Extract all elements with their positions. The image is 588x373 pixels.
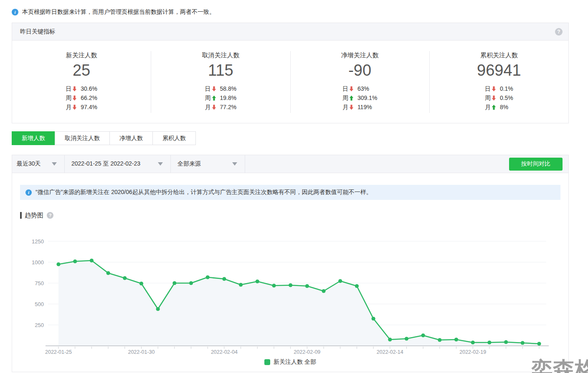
tab-net-increase[interactable]: 净增人数 xyxy=(109,131,153,145)
tab-cumulative[interactable]: 累积人数 xyxy=(152,131,196,145)
trend-period: 月 xyxy=(66,103,72,112)
top-notice-text: 本页根据昨日数据来计算，而用户管理页根据当前数据计算，两者不一致。 xyxy=(22,8,215,16)
svg-text:2022-02-19: 2022-02-19 xyxy=(459,349,486,355)
watermark: 奕森格 xyxy=(531,359,588,373)
metric-label: 累积关注人数 xyxy=(430,51,568,59)
trend-rows: 日58.8% 周19.8% 月77.2% xyxy=(205,84,237,112)
trend-chart-title-row: 趋势图 ? xyxy=(20,211,568,220)
chevron-down-icon xyxy=(158,162,163,166)
trend-arrow-icon xyxy=(212,94,220,102)
trend-arrow-icon xyxy=(72,84,81,93)
trend-value: 58.8% xyxy=(220,84,237,93)
trend-period: 周 xyxy=(205,94,212,102)
trend-arrow-icon xyxy=(72,103,81,112)
trend-period: 日 xyxy=(66,84,72,93)
svg-text:500: 500 xyxy=(35,301,44,307)
title-marker xyxy=(20,212,22,219)
trend-value: 309.1% xyxy=(357,94,377,102)
svg-text:2022-02-09: 2022-02-09 xyxy=(294,349,320,355)
filter-time-preset-label: 最近30天 xyxy=(17,160,41,168)
trend-arrow-icon xyxy=(349,84,357,93)
trend-chart-title: 趋势图 xyxy=(25,212,43,220)
legend-marker xyxy=(264,359,270,365)
filter-bar: 最近30天 2022-01-25 至 2022-02-23 全部来源 按时间对比 xyxy=(12,155,568,173)
trend-arrow-icon xyxy=(349,94,357,102)
trend-arrow-icon xyxy=(492,103,500,112)
trend-rows: 日30.6% 周66.2% 月97.4% xyxy=(66,84,97,112)
trend-arrow-icon xyxy=(212,103,220,112)
trend-arrow-icon xyxy=(349,103,357,112)
chevron-down-icon xyxy=(232,162,237,166)
metric-tabs: 新增人数 取消关注人数 净增人数 累积人数 xyxy=(12,131,588,145)
metric-value: 115 xyxy=(151,61,290,79)
chart-notice: i “微信广告”来源的新增关注在 2020/06起从其他中拆分给出，计算方式与广… xyxy=(20,185,560,200)
trend-arrow-icon xyxy=(492,94,500,102)
filter-date-range-label: 2022-01-25 至 2022-02-23 xyxy=(71,160,140,168)
info-icon: i xyxy=(25,189,32,196)
trend-value: 97.4% xyxy=(81,103,97,112)
svg-text:1250: 1250 xyxy=(32,238,44,245)
svg-text:2022-01-30: 2022-01-30 xyxy=(128,349,155,355)
chart-notice-text: “微信广告”来源的新增关注在 2020/06起从其他中拆分给出，计算方式与广告主… xyxy=(35,189,372,196)
metric-card-cumulative: 累积关注人数 96941 日0.1% 周0.5% 月8% xyxy=(430,41,568,123)
metrics-body: 新关注人数 25 日30.6% 周66.2% 月97.4% 取消关注人数 115… xyxy=(12,41,568,123)
trend-panel: 最近30天 2022-01-25 至 2022-02-23 全部来源 按时间对比… xyxy=(12,155,569,372)
info-icon: i xyxy=(12,9,18,15)
metric-value: -90 xyxy=(291,61,429,79)
svg-text:750: 750 xyxy=(35,280,44,286)
svg-text:250: 250 xyxy=(35,322,44,328)
metric-label: 新关注人数 xyxy=(12,51,151,59)
trend-chart-canvas: 250500750100012502022-01-252022-01-30202… xyxy=(12,236,568,357)
filter-time-preset[interactable]: 最近30天 xyxy=(12,155,65,173)
trend-value: 8% xyxy=(500,103,513,112)
legend-item[interactable]: 新关注人数 全部 xyxy=(12,358,568,366)
chevron-down-icon xyxy=(52,162,57,166)
key-metrics-panel: 昨日关键指标 ? 新关注人数 25 日30.6% 周66.2% 月97.4% 取… xyxy=(12,23,569,123)
metric-label: 净增关注人数 xyxy=(291,51,429,59)
compare-by-time-button[interactable]: 按时间对比 xyxy=(509,158,563,171)
trend-period: 日 xyxy=(485,84,492,93)
filter-date-range[interactable]: 2022-01-25 至 2022-02-23 xyxy=(65,155,171,173)
trend-period: 周 xyxy=(485,94,492,102)
trend-period: 日 xyxy=(205,84,212,93)
metric-value: 96941 xyxy=(430,61,568,79)
trend-value: 119% xyxy=(357,103,377,112)
trend-value: 30.6% xyxy=(81,84,97,93)
metric-card-net-increase: 净增关注人数 -90 日63% 周309.1% 月119% xyxy=(291,41,429,123)
trend-period: 周 xyxy=(66,94,72,102)
trend-arrow-icon xyxy=(492,84,500,93)
metric-label: 取消关注人数 xyxy=(151,51,290,59)
tab-unfollowers[interactable]: 取消关注人数 xyxy=(55,131,110,145)
metric-card-new-followers: 新关注人数 25 日30.6% 周66.2% 月97.4% xyxy=(12,41,151,123)
trend-period: 月 xyxy=(485,103,492,112)
key-metrics-header: 昨日关键指标 ? xyxy=(12,23,568,41)
trend-value: 63% xyxy=(357,84,377,93)
trend-period: 月 xyxy=(342,103,349,112)
filter-source[interactable]: 全部来源 xyxy=(171,155,245,173)
metric-value: 25 xyxy=(12,61,151,79)
tab-new-followers[interactable]: 新增人数 xyxy=(12,131,55,145)
trend-value: 0.5% xyxy=(500,94,513,102)
help-icon[interactable]: ? xyxy=(47,212,53,219)
trend-rows: 日63% 周309.1% 月119% xyxy=(342,84,377,112)
trend-period: 周 xyxy=(342,94,349,102)
filter-source-label: 全部来源 xyxy=(177,160,201,168)
svg-text:2022-01-25: 2022-01-25 xyxy=(45,349,72,355)
trend-chart: 250500750100012502022-01-252022-01-30202… xyxy=(12,236,568,357)
trend-arrow-icon xyxy=(72,94,81,102)
trend-period: 日 xyxy=(342,84,349,93)
help-icon[interactable]: ? xyxy=(555,28,563,36)
svg-text:2022-02-14: 2022-02-14 xyxy=(377,349,403,355)
trend-rows: 日0.1% 周0.5% 月8% xyxy=(485,84,513,112)
svg-text:2022-02-04: 2022-02-04 xyxy=(211,349,238,355)
trend-period: 月 xyxy=(205,103,212,112)
page: i 本页根据昨日数据来计算，而用户管理页根据当前数据计算，两者不一致。 昨日关键… xyxy=(0,0,588,373)
key-metrics-title: 昨日关键指标 xyxy=(20,28,55,36)
metric-card-unfollowers: 取消关注人数 115 日58.8% 周19.8% 月77.2% xyxy=(151,41,290,123)
trend-value: 77.2% xyxy=(220,103,237,112)
trend-value: 0.1% xyxy=(500,84,513,93)
legend-label: 新关注人数 全部 xyxy=(274,358,316,366)
trend-value: 19.8% xyxy=(220,94,237,102)
svg-text:1000: 1000 xyxy=(32,259,44,266)
trend-value: 66.2% xyxy=(81,94,97,102)
